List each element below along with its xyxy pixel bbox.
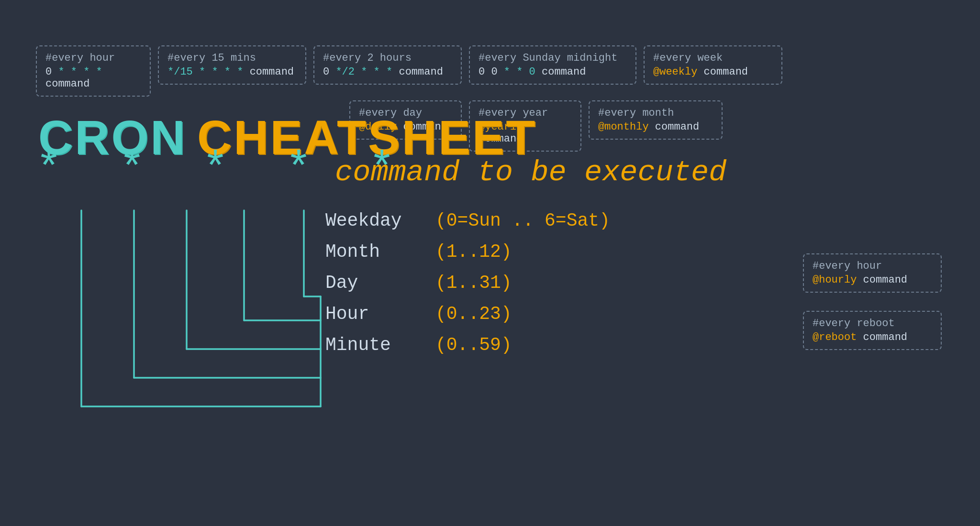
code-every-2hours: 0 */2 * * * command — [323, 66, 443, 78]
snippet-box-every-hour-top: #every hour 0 * * * * command — [36, 45, 151, 97]
comment-every-hour-right: #every hour — [813, 260, 932, 272]
field-row-minute: Minute (0..59) — [325, 335, 610, 355]
field-row-day: Day (1..31) — [325, 273, 610, 293]
comment-every-hour-top: #every hour — [45, 52, 141, 64]
code-every-15mins: */15 * * * * command — [167, 66, 294, 78]
snippet-box-every-month: #every month @monthly command — [589, 100, 723, 140]
star-4: * — [286, 148, 312, 191]
code-every-week: @weekly command — [653, 66, 748, 78]
comment-every-15mins: #every 15 mins — [167, 52, 297, 64]
tree-diagram — [38, 201, 354, 421]
code-every-sunday: 0 0 * * 0 command — [479, 66, 586, 78]
field-row-month: Month (1..12) — [325, 241, 610, 262]
field-range-day: (1..31) — [435, 273, 512, 293]
tree-svg — [38, 201, 354, 421]
command-text: command to be executed — [335, 155, 727, 189]
field-name-weekday: Weekday — [325, 210, 421, 231]
snippet-box-every-week: #every week @weekly command — [644, 45, 782, 85]
snippet-box-every-sunday: #every Sunday midnight 0 0 * * 0 command — [469, 45, 636, 85]
code-every-hour-top: 0 * * * * command — [45, 66, 102, 90]
snippet-box-every-hour-right: #every hour @hourly command — [803, 253, 942, 293]
main-container: #every hour 0 * * * * command #every 15 … — [0, 0, 980, 526]
field-name-month: Month — [325, 241, 421, 262]
field-name-hour: Hour — [325, 304, 421, 324]
field-row-hour: Hour (0..23) — [325, 304, 610, 324]
snippet-box-every-15mins: #every 15 mins */15 * * * * command — [158, 45, 306, 85]
comment-every-week: #every week — [653, 52, 773, 64]
code-every-hour-right: @hourly command — [813, 274, 907, 286]
field-name-minute: Minute — [325, 335, 421, 355]
comment-every-sunday: #every Sunday midnight — [479, 52, 627, 64]
comment-every-month: #every month — [598, 107, 713, 119]
field-name-day: Day — [325, 273, 421, 293]
star-3: * — [202, 148, 228, 191]
field-row-weekday: Weekday (0=Sun .. 6=Sat) — [325, 210, 610, 231]
field-definitions: Weekday (0=Sun .. 6=Sat) Month (1..12) D… — [325, 210, 610, 366]
comment-every-2hours: #every 2 hours — [323, 52, 452, 64]
field-range-month: (1..12) — [435, 241, 512, 262]
field-range-hour: (0..23) — [435, 304, 512, 324]
field-range-weekday: (0=Sun .. 6=Sat) — [435, 210, 610, 231]
star-2: * — [119, 148, 145, 191]
snippet-box-every-reboot: #every reboot @reboot command — [803, 311, 942, 350]
snippet-box-every-2hours: #every 2 hours 0 */2 * * * command — [313, 45, 462, 85]
star-1: * — [36, 148, 62, 191]
code-every-reboot: @reboot command — [813, 331, 907, 343]
comment-every-reboot: #every reboot — [813, 318, 932, 329]
field-range-minute: (0..59) — [435, 335, 512, 355]
code-every-month: @monthly command — [598, 121, 699, 133]
